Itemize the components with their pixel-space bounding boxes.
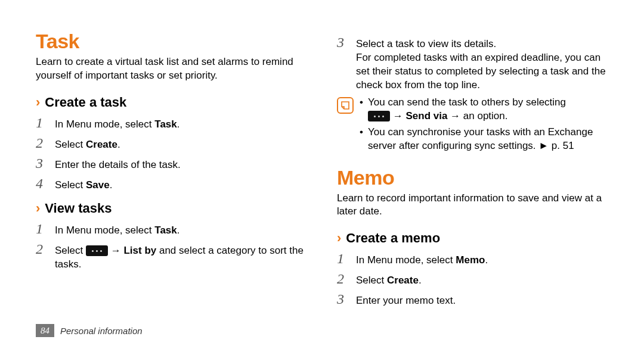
page-footer: 84 Personal information: [36, 324, 143, 337]
task-intro-text: Learn to create a virtual task list and …: [36, 55, 307, 83]
subheading-create-task: › Create a task: [36, 95, 307, 110]
right-column: 3 Select a task to view its details. For…: [337, 30, 608, 311]
list-item: You can synchronise your tasks with an E…: [360, 126, 608, 153]
list-item: 2 Select Create.: [36, 135, 307, 152]
left-column: Task Learn to create a virtual task list…: [36, 30, 307, 311]
page-number: 84: [36, 324, 54, 337]
step-number: 3: [337, 291, 349, 307]
subheading-create-memo-label: Create a memo: [346, 230, 440, 246]
chevron-icon: ›: [36, 96, 40, 109]
create-memo-steps: 1 In Menu mode, select Memo. 2 Select Cr…: [337, 251, 608, 308]
step-text: Enter your memo text.: [356, 294, 456, 308]
list-item: 3 Select a task to view its details. For…: [337, 35, 608, 92]
overflow-menu-icon: [368, 111, 390, 121]
list-item: 1 In Menu mode, select Memo.: [337, 251, 608, 267]
subheading-view-tasks-label: View tasks: [45, 201, 112, 216]
step-number: 2: [337, 271, 349, 286]
step-number: 1: [36, 221, 48, 236]
create-task-steps: 1 In Menu mode, select Task. 2 Select Cr…: [36, 115, 307, 192]
step-number: 4: [36, 176, 48, 191]
page-columns: Task Learn to create a virtual task list…: [36, 30, 608, 311]
list-item: 3 Enter your memo text.: [337, 291, 608, 308]
note-icon: [337, 97, 354, 114]
list-item: 2 Select → List by and select a category…: [36, 241, 307, 272]
heading-memo: Memo: [337, 166, 608, 189]
heading-task: Task: [36, 30, 307, 53]
subheading-create-memo: › Create a memo: [337, 230, 608, 246]
step-number: 2: [36, 135, 48, 151]
list-item: 1 In Menu mode, select Task.: [36, 115, 307, 132]
chevron-icon: ›: [337, 232, 341, 245]
step-number: 3: [36, 155, 48, 171]
step-text: Select a task to view its details. For c…: [356, 38, 608, 92]
subheading-create-task-label: Create a task: [45, 95, 126, 110]
list-item: 1 In Menu mode, select Task.: [36, 221, 307, 238]
note-bullets: You can send the task to others by selec…: [360, 96, 608, 155]
list-item: 3 Enter the details of the task.: [36, 155, 307, 172]
subheading-view-tasks: › View tasks: [36, 201, 307, 216]
list-item: 2 Select Create.: [337, 271, 608, 288]
step-text: Select Create.: [356, 274, 422, 288]
memo-intro-text: Learn to record important information to…: [337, 192, 608, 219]
step-text: In Menu mode, select Task.: [55, 224, 180, 238]
step-number: 2: [36, 241, 48, 257]
step-number: 3: [337, 35, 349, 50]
step-text: Select → List by and select a category t…: [55, 244, 307, 272]
view-tasks-steps: 1 In Menu mode, select Task. 2 Select → …: [36, 221, 307, 272]
step-text: In Menu mode, select Task.: [55, 118, 180, 132]
footer-section-label: Personal information: [60, 326, 143, 336]
list-item: 4 Select Save.: [36, 176, 307, 192]
overflow-menu-icon: [86, 245, 108, 256]
step-number: 1: [337, 251, 349, 266]
list-item: You can send the task to others by selec…: [360, 96, 608, 123]
note-block: You can send the task to others by selec…: [337, 96, 608, 155]
step-text: Select Save.: [55, 179, 112, 192]
view-tasks-continued: 3 Select a task to view its details. For…: [337, 35, 608, 92]
step-text: In Menu mode, select Memo.: [356, 254, 488, 267]
chevron-icon: ›: [36, 202, 40, 215]
step-number: 1: [36, 115, 48, 130]
step-text: Enter the details of the task.: [55, 158, 181, 172]
step-text: Select Create.: [55, 138, 120, 152]
